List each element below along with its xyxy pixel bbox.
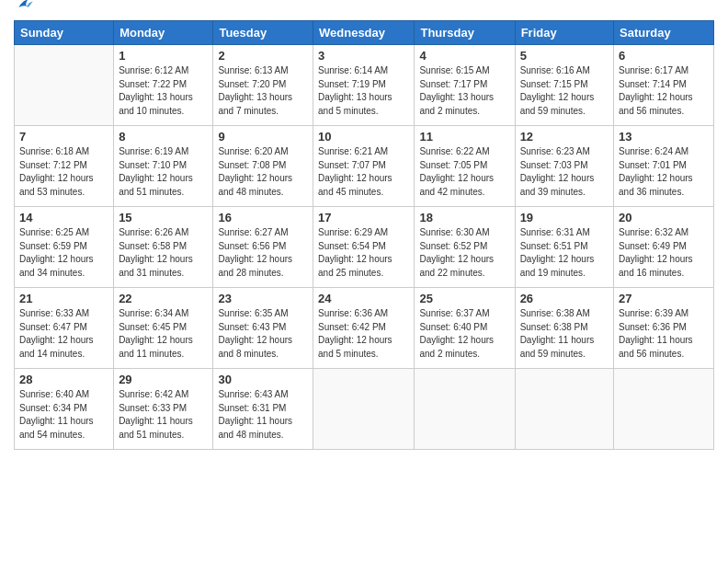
day-info: Sunrise: 6:32 AM Sunset: 6:49 PM Dayligh… [619, 226, 709, 280]
day-number: 13 [619, 130, 709, 144]
day-cell: 9Sunrise: 6:20 AM Sunset: 7:08 PM Daylig… [213, 126, 313, 207]
day-info: Sunrise: 6:17 AM Sunset: 7:14 PM Dayligh… [619, 64, 709, 118]
day-cell [515, 369, 613, 450]
week-row-2: 7Sunrise: 6:18 AM Sunset: 7:12 PM Daylig… [15, 126, 714, 207]
day-cell: 4Sunrise: 6:15 AM Sunset: 7:17 PM Daylig… [415, 45, 515, 126]
day-info: Sunrise: 6:43 AM Sunset: 6:31 PM Dayligh… [218, 388, 308, 442]
day-number: 18 [419, 211, 509, 224]
day-number: 2 [218, 49, 308, 63]
day-number: 10 [318, 130, 409, 144]
day-cell: 29Sunrise: 6:42 AM Sunset: 6:33 PM Dayli… [114, 369, 213, 450]
logo-bird-icon [16, 0, 34, 15]
day-info: Sunrise: 6:38 AM Sunset: 6:38 PM Dayligh… [520, 307, 609, 361]
day-cell: 14Sunrise: 6:25 AM Sunset: 6:59 PM Dayli… [15, 207, 114, 288]
col-header-thursday: Thursday [415, 21, 515, 45]
day-number: 21 [19, 292, 108, 305]
day-cell [313, 369, 415, 450]
col-header-monday: Monday [114, 21, 213, 45]
day-number: 23 [218, 292, 308, 305]
week-row-1: 1Sunrise: 6:12 AM Sunset: 7:22 PM Daylig… [15, 45, 714, 126]
day-info: Sunrise: 6:29 AM Sunset: 6:54 PM Dayligh… [318, 226, 409, 280]
col-header-tuesday: Tuesday [213, 21, 313, 45]
day-info: Sunrise: 6:22 AM Sunset: 7:05 PM Dayligh… [419, 145, 509, 199]
day-info: Sunrise: 6:42 AM Sunset: 6:33 PM Dayligh… [119, 388, 208, 442]
day-cell: 19Sunrise: 6:31 AM Sunset: 6:51 PM Dayli… [515, 207, 613, 288]
day-number: 3 [318, 49, 409, 63]
day-info: Sunrise: 6:13 AM Sunset: 7:20 PM Dayligh… [218, 64, 308, 118]
day-info: Sunrise: 6:12 AM Sunset: 7:22 PM Dayligh… [119, 64, 208, 118]
day-info: Sunrise: 6:15 AM Sunset: 7:17 PM Dayligh… [419, 64, 509, 118]
week-row-3: 14Sunrise: 6:25 AM Sunset: 6:59 PM Dayli… [15, 207, 714, 288]
day-info: Sunrise: 6:19 AM Sunset: 7:10 PM Dayligh… [119, 145, 208, 199]
day-cell: 20Sunrise: 6:32 AM Sunset: 6:49 PM Dayli… [614, 207, 714, 288]
day-number: 9 [218, 130, 308, 144]
day-cell: 2Sunrise: 6:13 AM Sunset: 7:20 PM Daylig… [213, 45, 313, 126]
day-info: Sunrise: 6:36 AM Sunset: 6:42 PM Dayligh… [318, 307, 409, 361]
day-number: 8 [119, 130, 208, 144]
day-cell: 30Sunrise: 6:43 AM Sunset: 6:31 PM Dayli… [213, 369, 313, 450]
day-cell: 7Sunrise: 6:18 AM Sunset: 7:12 PM Daylig… [15, 126, 114, 207]
day-number: 28 [19, 373, 108, 386]
day-number: 12 [520, 130, 609, 144]
day-number: 14 [19, 211, 108, 224]
day-info: Sunrise: 6:20 AM Sunset: 7:08 PM Dayligh… [218, 145, 308, 199]
day-info: Sunrise: 6:40 AM Sunset: 6:34 PM Dayligh… [19, 388, 108, 442]
day-info: Sunrise: 6:23 AM Sunset: 7:03 PM Dayligh… [520, 145, 609, 199]
week-row-5: 28Sunrise: 6:40 AM Sunset: 6:34 PM Dayli… [15, 369, 714, 450]
day-cell: 26Sunrise: 6:38 AM Sunset: 6:38 PM Dayli… [515, 288, 613, 369]
day-number: 25 [419, 292, 509, 305]
col-header-saturday: Saturday [614, 21, 714, 45]
day-number: 27 [619, 292, 709, 305]
day-number: 29 [119, 373, 208, 386]
day-number: 22 [119, 292, 208, 305]
day-info: Sunrise: 6:39 AM Sunset: 6:36 PM Dayligh… [619, 307, 709, 361]
day-cell: 23Sunrise: 6:35 AM Sunset: 6:43 PM Dayli… [213, 288, 313, 369]
col-header-friday: Friday [515, 21, 613, 45]
day-number: 26 [520, 292, 609, 305]
day-info: Sunrise: 6:27 AM Sunset: 6:56 PM Dayligh… [218, 226, 308, 280]
day-number: 5 [520, 49, 609, 63]
col-header-wednesday: Wednesday [313, 21, 415, 45]
day-info: Sunrise: 6:14 AM Sunset: 7:19 PM Dayligh… [318, 64, 409, 118]
day-info: Sunrise: 6:18 AM Sunset: 7:12 PM Dayligh… [19, 145, 108, 199]
day-cell: 6Sunrise: 6:17 AM Sunset: 7:14 PM Daylig… [614, 45, 714, 126]
day-info: Sunrise: 6:30 AM Sunset: 6:52 PM Dayligh… [419, 226, 509, 280]
day-number: 15 [119, 211, 208, 224]
day-cell: 11Sunrise: 6:22 AM Sunset: 7:05 PM Dayli… [415, 126, 515, 207]
day-info: Sunrise: 6:31 AM Sunset: 6:51 PM Dayligh… [520, 226, 609, 280]
day-cell: 28Sunrise: 6:40 AM Sunset: 6:34 PM Dayli… [15, 369, 114, 450]
week-row-4: 21Sunrise: 6:33 AM Sunset: 6:47 PM Dayli… [15, 288, 714, 369]
day-info: Sunrise: 6:33 AM Sunset: 6:47 PM Dayligh… [19, 307, 108, 361]
day-cell [614, 369, 714, 450]
day-cell [15, 45, 114, 126]
day-number: 7 [19, 130, 108, 144]
day-info: Sunrise: 6:37 AM Sunset: 6:40 PM Dayligh… [419, 307, 509, 361]
day-number: 20 [619, 211, 709, 224]
day-info: Sunrise: 6:35 AM Sunset: 6:43 PM Dayligh… [218, 307, 308, 361]
day-cell: 13Sunrise: 6:24 AM Sunset: 7:01 PM Dayli… [614, 126, 714, 207]
day-cell: 3Sunrise: 6:14 AM Sunset: 7:19 PM Daylig… [313, 45, 415, 126]
day-number: 4 [419, 49, 509, 63]
day-number: 1 [119, 49, 208, 63]
day-info: Sunrise: 6:21 AM Sunset: 7:07 PM Dayligh… [318, 145, 409, 199]
day-number: 16 [218, 211, 308, 224]
col-header-sunday: Sunday [15, 21, 114, 45]
day-cell: 21Sunrise: 6:33 AM Sunset: 6:47 PM Dayli… [15, 288, 114, 369]
calendar-table: SundayMondayTuesdayWednesdayThursdayFrid… [14, 20, 714, 450]
day-cell [415, 369, 515, 450]
day-number: 24 [318, 292, 409, 305]
day-cell: 18Sunrise: 6:30 AM Sunset: 6:52 PM Dayli… [415, 207, 515, 288]
day-cell: 16Sunrise: 6:27 AM Sunset: 6:56 PM Dayli… [213, 207, 313, 288]
header-row: SundayMondayTuesdayWednesdayThursdayFrid… [15, 21, 714, 45]
main-container: SundayMondayTuesdayWednesdayThursdayFrid… [0, 0, 728, 563]
day-number: 17 [318, 211, 409, 224]
day-cell: 8Sunrise: 6:19 AM Sunset: 7:10 PM Daylig… [114, 126, 213, 207]
day-info: Sunrise: 6:34 AM Sunset: 6:45 PM Dayligh… [119, 307, 208, 361]
day-info: Sunrise: 6:26 AM Sunset: 6:58 PM Dayligh… [119, 226, 208, 280]
day-number: 19 [520, 211, 609, 224]
day-cell: 10Sunrise: 6:21 AM Sunset: 7:07 PM Dayli… [313, 126, 415, 207]
day-cell: 17Sunrise: 6:29 AM Sunset: 6:54 PM Dayli… [313, 207, 415, 288]
day-cell: 27Sunrise: 6:39 AM Sunset: 6:36 PM Dayli… [614, 288, 714, 369]
day-cell: 24Sunrise: 6:36 AM Sunset: 6:42 PM Dayli… [313, 288, 415, 369]
day-cell: 15Sunrise: 6:26 AM Sunset: 6:58 PM Dayli… [114, 207, 213, 288]
